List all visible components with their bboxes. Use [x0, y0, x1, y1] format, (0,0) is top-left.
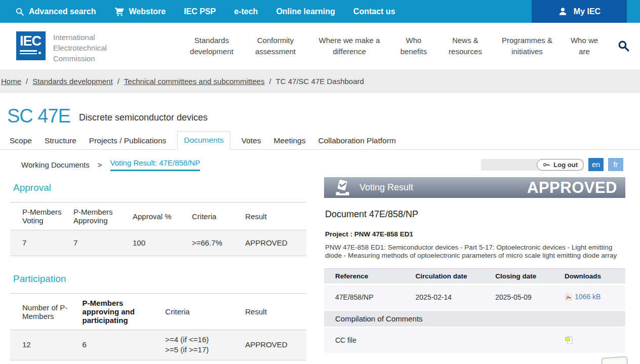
committee-tabs: Scope Structure Projects / Publications …	[0, 132, 640, 150]
webstore-link[interactable]: Webstore	[114, 7, 166, 17]
organization-name: International Electrotechnical Commissio…	[53, 32, 107, 64]
approval-voting-value: 7	[10, 230, 69, 256]
approval-data-row: 7 7 100 >=66.7% APPROVED	[10, 230, 306, 256]
advanced-search-label: Advanced search	[29, 7, 96, 16]
approval-result-value: APPROVED	[241, 230, 306, 256]
subnav-separator: >	[98, 160, 102, 169]
col-closing-date: Closing date	[491, 269, 561, 285]
user-icon	[558, 7, 568, 16]
online-learning-link[interactable]: Online learning	[276, 7, 335, 16]
col-p-members-approving: P-Members Approving	[69, 203, 129, 230]
tab-collaboration-platform[interactable]: Collaboration Platform	[316, 132, 397, 149]
col-criteria: Criteria	[161, 294, 241, 330]
top-utility-nav: Advanced search Webstore IEC PSP e-tech …	[15, 7, 395, 17]
col-result: Result	[241, 203, 306, 230]
col-circulation-date: Circulation date	[412, 269, 492, 285]
breadcrumb: Home / Standards development / Technical…	[0, 69, 640, 93]
breadcrumb-separator: /	[26, 77, 28, 86]
iec-logo-lines	[20, 50, 42, 54]
breadcrumb-technical-committees[interactable]: Technical committees and subcommittees	[124, 77, 265, 86]
voting-result-title: Voting Result	[359, 182, 413, 193]
approval-heading: Approval	[13, 182, 306, 193]
working-documents-link[interactable]: Working Documents	[21, 160, 90, 169]
nav-conformity-assessment[interactable]: Conformity assessment	[250, 35, 301, 57]
approval-percent-value: 100	[129, 230, 188, 256]
committee-title-row: SC 47E Discrete semiconductor devices	[7, 105, 208, 127]
pdf-icon	[565, 293, 572, 301]
document-circulation-date: 2025-02-14	[412, 285, 492, 310]
section-gap	[10, 256, 306, 268]
participation-approving-value: 6	[78, 330, 162, 360]
session-tools: Log out en fr	[481, 158, 623, 171]
breadcrumb-separator: /	[269, 77, 271, 86]
pdf-download-link[interactable]: 1066 kB	[565, 293, 601, 301]
iec-logo[interactable]: IEC	[16, 31, 46, 60]
tab-votes[interactable]: Votes	[240, 132, 263, 149]
col-p-members-voting: P-Members Voting	[10, 203, 69, 230]
approval-header-row: P-Members Voting P-Members Approving App…	[10, 203, 306, 230]
col-p-members-approving-participating: P-Members approving and participating	[78, 294, 162, 330]
logout-button[interactable]: Log out	[537, 159, 584, 171]
breadcrumb-home[interactable]: Home	[1, 77, 21, 86]
site-search-button[interactable]	[617, 39, 630, 54]
document-download-cell: 1066 kB	[561, 285, 625, 310]
cart-icon	[114, 7, 125, 17]
project-label: Project : PNW 47E-858 ED1	[325, 230, 625, 238]
col-reference: Reference	[324, 269, 412, 285]
search-icon	[15, 7, 24, 16]
contact-us-link[interactable]: Contact us	[353, 7, 395, 16]
breadcrumb-separator: /	[117, 77, 119, 86]
my-iec-button[interactable]: My IEC	[532, 0, 627, 23]
document-reference: 47E/858/NP	[324, 285, 412, 310]
iec-psp-link[interactable]: IEC PSP	[184, 7, 216, 16]
vote-summary-column: Approval P-Members Voting P-Members Appr…	[10, 177, 306, 360]
nav-news-resources[interactable]: News & resources	[445, 35, 486, 57]
language-fr-button[interactable]: fr	[608, 158, 623, 171]
voting-result-status: APPROVED	[527, 179, 617, 197]
my-iec-label: My IEC	[574, 7, 601, 16]
e-tech-link[interactable]: e-tech	[234, 7, 258, 16]
advanced-search-link[interactable]: Advanced search	[15, 7, 96, 16]
cc-file-download-button[interactable]	[565, 335, 573, 345]
nav-programmes-initiatives[interactable]: Programmes & initiatives	[501, 35, 553, 57]
tab-structure[interactable]: Structure	[43, 132, 78, 149]
cc-file-label: CC file	[324, 327, 561, 353]
document-closing-date: 2025-05-09	[491, 285, 561, 310]
document-header-row: Reference Circulation date Closing date …	[324, 269, 625, 285]
nav-standards-development[interactable]: Standards development	[188, 35, 235, 57]
participation-data-row: 12 6 >=4 (if <=16) >=5 (if >=17) APPROVE…	[10, 330, 306, 360]
participation-header-row: Number of P-Members P-Members approving …	[10, 294, 306, 330]
ballot-check-icon	[333, 179, 352, 196]
tab-projects-publications[interactable]: Projects / Publications	[88, 132, 168, 149]
site-header: IEC International Electrotechnical Commi…	[0, 23, 640, 69]
col-approval-percent: Approval %	[129, 203, 188, 230]
language-en-button[interactable]: en	[588, 158, 604, 171]
approval-criteria-value: >=66.7%	[188, 230, 241, 256]
participation-table: Number of P-Members P-Members approving …	[10, 293, 306, 360]
logout-key-icon	[543, 162, 550, 168]
site-search-icon	[617, 39, 630, 52]
col-criteria: Criteria	[188, 203, 241, 230]
page: Advanced search Webstore IEC PSP e-tech …	[0, 0, 640, 364]
tab-documents[interactable]: Documents	[177, 131, 230, 150]
col-downloads: Downloads	[561, 269, 625, 285]
tab-scope[interactable]: Scope	[8, 132, 33, 149]
tab-meetings[interactable]: Meetings	[272, 132, 307, 149]
voting-result-header: Voting Result APPROVED	[324, 177, 625, 198]
nav-where-we-make-a-difference[interactable]: Where we make a difference	[316, 35, 383, 57]
sub-navigation: Working Documents > Voting Result: 47E/8…	[0, 154, 640, 176]
comments-section-row: Compilation of Comments	[324, 310, 625, 327]
breadcrumb-standards-development[interactable]: Standards development	[32, 77, 112, 86]
breadcrumb-current: TC 47/SC 47E Dashboard	[276, 77, 364, 86]
voting-result-link[interactable]: Voting Result: 47E/858/NP	[110, 158, 201, 171]
document-table: Reference Circulation date Closing date …	[324, 268, 625, 354]
approval-table: P-Members Voting P-Members Approving App…	[10, 202, 306, 256]
iec-logo-text: IEC	[20, 34, 46, 48]
col-result: Result	[241, 294, 306, 330]
nav-who-benefits[interactable]: Who benefits	[398, 35, 429, 57]
project-description: PNW 47E-858 ED1: Semiconductor devices -…	[325, 244, 625, 260]
pdf-size-label: 1066 kB	[575, 293, 601, 301]
nav-who-we-are[interactable]: Who we are	[568, 35, 601, 57]
approval-approving-value: 7	[69, 230, 129, 256]
cc-file-icon	[565, 335, 573, 344]
